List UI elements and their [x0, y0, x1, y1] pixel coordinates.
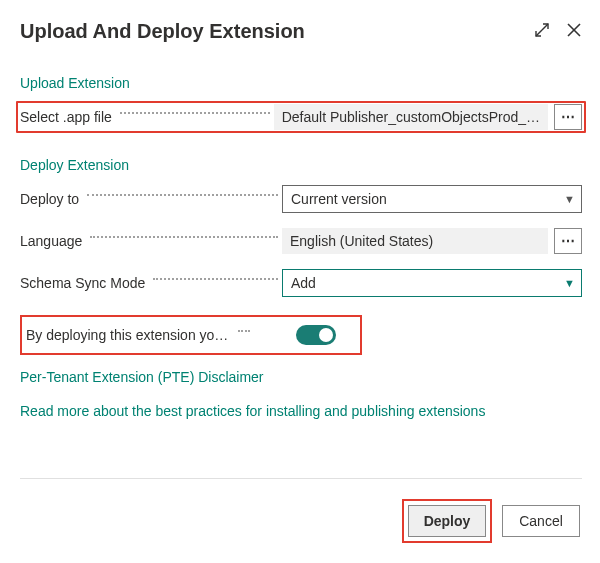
- label-wrap: Select .app file: [20, 105, 274, 129]
- label-schema: Schema Sync Mode: [20, 275, 149, 291]
- label-deploy-to: Deploy to: [20, 191, 83, 207]
- consent-toggle[interactable]: [296, 325, 336, 345]
- row-deploy-to: Deploy to Current version ▼: [20, 183, 582, 215]
- chevron-down-icon: ▼: [564, 193, 575, 205]
- select-file-input[interactable]: Default Publisher_customObjectsProd_…: [274, 104, 548, 130]
- expand-icon[interactable]: [534, 22, 550, 38]
- value-select-file: Default Publisher_customObjectsProd_… ⋯: [274, 104, 582, 130]
- close-icon[interactable]: [566, 22, 582, 38]
- label-wrap: Language: [20, 225, 282, 257]
- toggle-knob: [319, 328, 333, 342]
- label-wrap: Schema Sync Mode: [20, 267, 282, 299]
- pte-disclaimer-link[interactable]: Per-Tenant Extension (PTE) Disclaimer: [20, 369, 582, 385]
- value-schema: Add ▼: [282, 269, 582, 297]
- dots: [90, 236, 278, 238]
- label-wrap: Deploy to: [20, 183, 282, 215]
- section-deploy-heading: Deploy Extension: [20, 157, 582, 173]
- row-select-file: Select .app file Default Publisher_custo…: [16, 101, 586, 133]
- language-input[interactable]: English (United States): [282, 228, 548, 254]
- deploy-to-select[interactable]: Current version ▼: [282, 185, 582, 213]
- dialog-header: Upload And Deploy Extension: [20, 20, 582, 43]
- value-language: English (United States) ⋯: [282, 228, 582, 254]
- browse-file-button[interactable]: ⋯: [554, 104, 582, 130]
- label-wrap: By deploying this extension yo…: [26, 317, 296, 353]
- chevron-down-icon: ▼: [564, 277, 575, 289]
- section-upload-heading: Upload Extension: [20, 75, 582, 91]
- dots: [120, 112, 270, 114]
- dots: [87, 194, 278, 196]
- schema-value: Add: [291, 275, 316, 291]
- label-consent: By deploying this extension yo…: [26, 327, 232, 343]
- label-language: Language: [20, 233, 86, 249]
- row-consent: By deploying this extension yo…: [20, 315, 362, 355]
- deploy-button[interactable]: Deploy: [408, 505, 486, 537]
- row-schema: Schema Sync Mode Add ▼: [20, 267, 582, 299]
- best-practices-link[interactable]: Read more about the best practices for i…: [20, 403, 582, 419]
- label-select-file: Select .app file: [20, 109, 116, 125]
- schema-select[interactable]: Add ▼: [282, 269, 582, 297]
- language-lookup-button[interactable]: ⋯: [554, 228, 582, 254]
- dots: [238, 330, 250, 332]
- deploy-button-highlight: Deploy: [402, 499, 492, 543]
- dialog-title: Upload And Deploy Extension: [20, 20, 305, 43]
- value-deploy-to: Current version ▼: [282, 185, 582, 213]
- dialog: Upload And Deploy Extension Upload Exten…: [0, 0, 600, 563]
- cancel-button[interactable]: Cancel: [502, 505, 580, 537]
- row-language: Language English (United States) ⋯: [20, 225, 582, 257]
- deploy-to-value: Current version: [291, 191, 387, 207]
- dots: [153, 278, 278, 280]
- dialog-footer: Deploy Cancel: [20, 479, 582, 563]
- header-actions: [534, 20, 582, 38]
